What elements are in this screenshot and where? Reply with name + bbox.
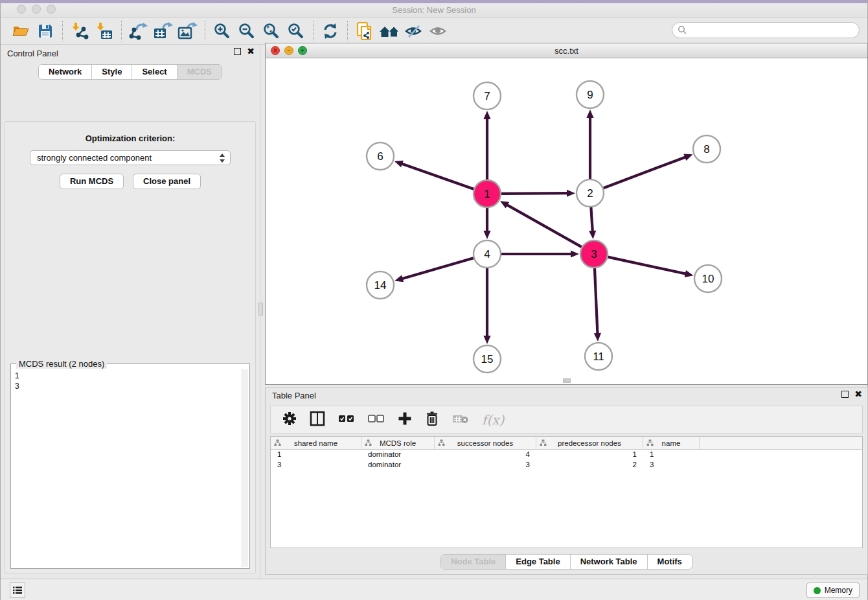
tab-select[interactable]: Select xyxy=(132,65,177,79)
select-all-button[interactable] xyxy=(338,414,355,426)
show-columns-button[interactable] xyxy=(310,411,325,429)
home-button[interactable] xyxy=(377,20,402,42)
select-all-icon xyxy=(338,414,355,423)
mcds-result-line: 3 xyxy=(15,381,239,391)
zoom-out-button[interactable] xyxy=(234,20,259,42)
network-view-window: ✕ − + scc.txt 1234678910111415 xyxy=(265,43,868,385)
refresh-button[interactable] xyxy=(318,20,343,42)
close-panel-button[interactable]: Close panel xyxy=(133,174,201,189)
function-builder-button[interactable]: f(x) xyxy=(482,412,504,428)
zoom-fit-button[interactable] xyxy=(259,20,284,42)
column-tree-icon xyxy=(438,439,445,446)
tab-network-table[interactable]: Network Table xyxy=(571,555,648,569)
hide-view-button[interactable] xyxy=(402,20,426,42)
result-scrollbar[interactable] xyxy=(242,369,248,567)
columns-icon xyxy=(310,411,325,426)
show-view-button[interactable] xyxy=(426,20,451,42)
close-panel-icon[interactable]: ✖ xyxy=(247,48,255,55)
export-image-icon xyxy=(177,22,198,40)
zoom-selected-button[interactable] xyxy=(284,20,308,42)
export-table-icon xyxy=(153,22,174,40)
column-header-MCDS-role[interactable]: MCDS role xyxy=(361,437,435,449)
graph-edge-3-1[interactable] xyxy=(506,204,582,247)
split-pane-handle[interactable] xyxy=(258,303,263,316)
open-file-button[interactable] xyxy=(8,20,33,42)
table-options-button[interactable] xyxy=(282,411,297,428)
graph-edge-arrowhead xyxy=(571,250,579,257)
export-image-button[interactable] xyxy=(176,20,200,42)
search-field[interactable] xyxy=(672,22,860,38)
mcds-result-text[interactable]: 13 xyxy=(12,369,242,567)
table-cell[interactable]: 3 xyxy=(435,460,536,470)
network-canvas[interactable]: 1234678910111415 xyxy=(266,58,867,384)
graph-edge-3-11[interactable] xyxy=(595,268,598,335)
column-header-predecessor-nodes[interactable]: predecessor nodes xyxy=(536,437,643,449)
table-cell[interactable]: 4 xyxy=(435,450,536,460)
control-panel-title: Control Panel xyxy=(7,49,58,58)
graph-edge-3-10[interactable] xyxy=(608,257,687,274)
search-input[interactable] xyxy=(687,24,859,37)
run-mcds-button[interactable]: Run MCDS xyxy=(60,174,124,189)
zoom-in-button[interactable] xyxy=(210,20,234,42)
tab-edge-table[interactable]: Edge Table xyxy=(506,555,570,569)
eye-hide-icon xyxy=(404,23,424,39)
import-table-button[interactable] xyxy=(92,20,117,42)
task-history-button[interactable] xyxy=(10,583,25,598)
tab-node-table[interactable]: Node Table xyxy=(441,555,506,569)
search-icon xyxy=(678,25,687,35)
table-panel-tabs: Node TableEdge TableNetwork TableMotifs xyxy=(440,554,692,570)
table-row[interactable]: 3dominator323 xyxy=(271,460,862,470)
float-table-panel-icon[interactable] xyxy=(841,391,849,398)
close-table-panel-icon[interactable]: ✖ xyxy=(854,391,862,398)
home-icon xyxy=(378,23,400,40)
tab-motifs[interactable]: Motifs xyxy=(648,555,692,569)
float-panel-icon[interactable] xyxy=(234,48,241,55)
delete-column-button[interactable] xyxy=(425,411,439,429)
column-header-shared-name[interactable]: shared name xyxy=(271,437,361,449)
table-cell[interactable]: 1 xyxy=(271,450,361,460)
save-floppy-icon xyxy=(38,23,53,39)
deselect-all-icon xyxy=(368,414,385,423)
graph-edge-1-6[interactable] xyxy=(400,163,474,189)
criterion-dropdown[interactable]: strongly connected component xyxy=(30,150,231,165)
memory-status-icon xyxy=(814,587,821,594)
delete-table-button[interactable] xyxy=(452,413,469,427)
criterion-dropdown-value: strongly connected component xyxy=(37,153,152,163)
table-cell[interactable]: dominator xyxy=(361,460,435,470)
toolbar-divider xyxy=(313,21,314,41)
mcds-result-line: 1 xyxy=(15,371,239,381)
graph-node-label: 4 xyxy=(484,248,490,260)
table-cell[interactable]: 1 xyxy=(643,450,700,460)
graph-edge-2-3[interactable] xyxy=(591,207,592,233)
table-cell[interactable]: 3 xyxy=(643,460,700,470)
export-table-button[interactable] xyxy=(151,20,176,42)
column-header-successor-nodes[interactable]: successor nodes xyxy=(435,437,536,449)
table-cell[interactable]: 2 xyxy=(536,460,643,470)
graph-edge-2-8[interactable] xyxy=(604,157,687,189)
toolbar-divider xyxy=(205,21,205,41)
main-titlebar: Session: New Session xyxy=(1,1,867,17)
deselect-all-button[interactable] xyxy=(368,414,385,426)
save-session-button[interactable] xyxy=(33,20,58,42)
network-window-titlebar[interactable]: ✕ − + scc.txt xyxy=(266,43,867,58)
memory-button[interactable]: Memory xyxy=(806,583,860,598)
toolbar-divider xyxy=(347,21,348,41)
table-row[interactable]: 1dominator411 xyxy=(271,450,862,460)
tab-style[interactable]: Style xyxy=(92,65,132,79)
table-cell[interactable]: 1 xyxy=(536,450,643,460)
graph-node-label: 8 xyxy=(703,143,709,156)
canvas-grip[interactable] xyxy=(563,378,571,383)
graph-edge-4-14[interactable] xyxy=(401,258,474,279)
add-column-button[interactable] xyxy=(398,411,412,428)
graph-node-label: 7 xyxy=(484,90,490,102)
eye-show-icon xyxy=(429,23,448,39)
tab-mcds[interactable]: MCDS xyxy=(177,65,222,79)
table-cell[interactable]: dominator xyxy=(361,450,435,460)
export-network-button[interactable] xyxy=(126,20,151,42)
import-network-button[interactable] xyxy=(67,20,92,42)
column-header-name[interactable]: name xyxy=(643,437,700,449)
tab-network[interactable]: Network xyxy=(39,65,92,79)
table-cell[interactable]: 3 xyxy=(271,460,361,470)
open-network-file-button[interactable] xyxy=(352,20,377,42)
graph-edge-1-2[interactable] xyxy=(501,193,569,194)
